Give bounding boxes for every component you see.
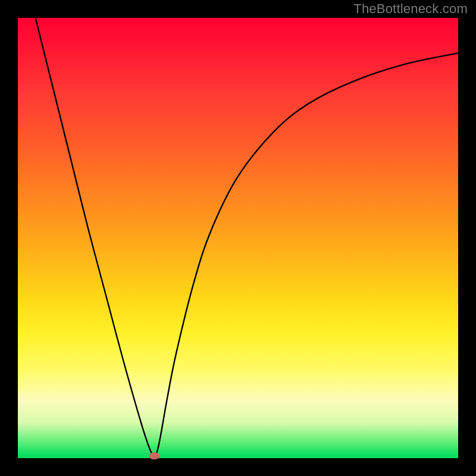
chart-frame: TheBottleneck.com: [0, 0, 476, 476]
plot-area: [18, 18, 458, 458]
bottleneck-curve: [36, 18, 458, 456]
minimum-marker: [149, 452, 159, 459]
curve-svg: [18, 18, 458, 458]
watermark-text: TheBottleneck.com: [353, 1, 468, 17]
